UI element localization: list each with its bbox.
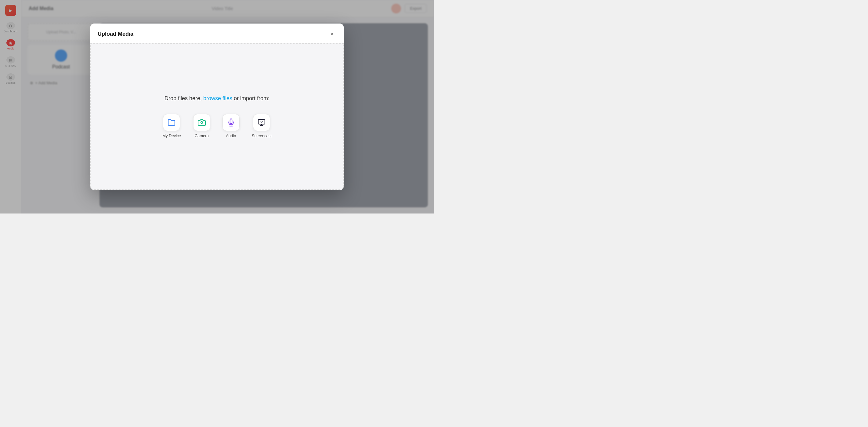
import-option-screencast[interactable]: Screencast: [252, 114, 272, 138]
drop-text-after: or import from:: [232, 95, 270, 102]
camera-label: Camera: [195, 134, 209, 138]
screencast-icon: [253, 114, 270, 131]
modal-overlay[interactable]: Upload Media × Drop files here, browse f…: [0, 0, 434, 214]
screencast-label: Screencast: [252, 134, 272, 138]
camera-icon: [193, 114, 210, 131]
upload-media-modal: Upload Media × Drop files here, browse f…: [90, 24, 344, 190]
my-device-label: My Device: [162, 134, 181, 138]
drop-text-before: Drop files here,: [164, 95, 203, 102]
import-option-my-device[interactable]: My Device: [162, 114, 181, 138]
import-option-audio[interactable]: Audio: [222, 114, 240, 138]
modal-body[interactable]: Drop files here, browse files or import …: [90, 44, 344, 190]
my-device-icon: [163, 114, 180, 131]
modal-title: Upload Media: [98, 31, 133, 37]
import-options: My Device Camera: [162, 114, 272, 138]
audio-label: Audio: [226, 134, 236, 138]
browse-files-link[interactable]: browse files: [203, 95, 232, 102]
audio-icon: [222, 114, 240, 131]
modal-close-button[interactable]: ×: [328, 30, 336, 38]
modal-header: Upload Media ×: [90, 24, 344, 44]
import-option-camera[interactable]: Camera: [193, 114, 210, 138]
drop-text: Drop files here, browse files or import …: [164, 95, 270, 102]
svg-point-0: [201, 121, 203, 124]
